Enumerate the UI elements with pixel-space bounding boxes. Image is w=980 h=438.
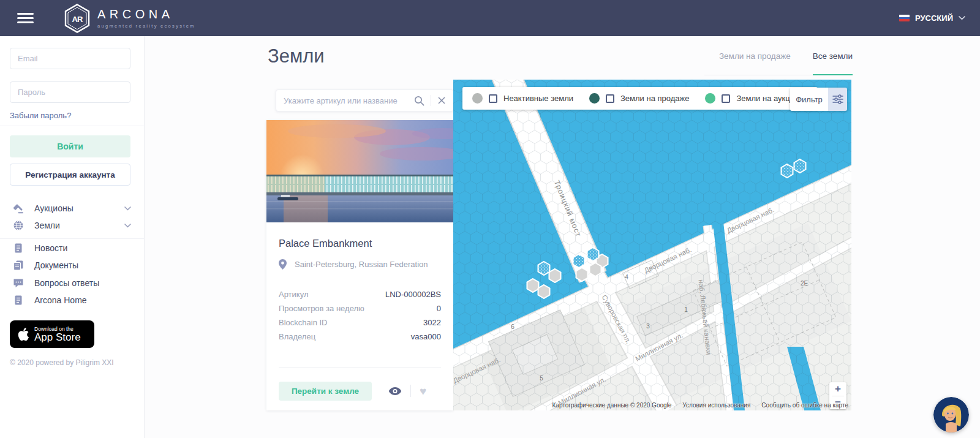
legend-swatch-inactive [472, 93, 483, 104]
sidebar-item-label: Земли [34, 221, 60, 230]
search-input[interactable] [284, 96, 414, 105]
sidebar-divider [0, 238, 144, 239]
svg-text:6: 6 [511, 323, 514, 330]
views-eye-icon[interactable] [388, 387, 402, 396]
legend-label: Земли на продаже [620, 94, 689, 103]
sidebar-item-label: Вопросы ответы [34, 278, 99, 288]
legend-swatch-on-auction [705, 93, 715, 104]
sidebar-item-documents[interactable]: Документы [0, 257, 145, 274]
svg-text:3: 3 [646, 323, 650, 330]
sidebar-item-label: Аукционы [34, 203, 74, 213]
sidebar-item-arcona-home[interactable]: Arcona Home [0, 292, 145, 309]
terms-link[interactable]: Условия использования [682, 402, 750, 409]
globe-icon [13, 220, 24, 231]
hex-grid-overlay [453, 80, 851, 410]
tab-all-lands[interactable]: Все земли [813, 51, 853, 75]
apple-icon [17, 327, 29, 342]
legend-swatch-on-sale [589, 93, 600, 104]
sidebar-divider [0, 126, 144, 126]
brand-name: ARCONA [97, 7, 195, 21]
land-details: АртикулLND-000002BS Просмотров за неделю… [279, 287, 441, 344]
land-name: Palace Embankment [279, 238, 441, 249]
svg-text:2Е: 2Е [801, 280, 809, 287]
password-field[interactable] [10, 81, 130, 103]
land-card: Palace Embankment Saint-Petersburg, Russ… [266, 120, 453, 410]
brand-tagline: augmented reality ecosystem [97, 23, 195, 29]
sidebar-item-label: Arcona Home [34, 295, 87, 305]
chat-icon [13, 278, 24, 289]
sidebar-item-label: Новости [34, 243, 67, 253]
map-legend: Неактивные земли Земли на продаже Земли … [462, 87, 818, 110]
footer-divider [410, 385, 411, 397]
legend-checkbox-on-sale[interactable] [606, 94, 614, 103]
news-icon [13, 243, 24, 254]
language-label: РУССКИЙ [915, 13, 953, 23]
tab-bar: Земли на продаже Все земли [704, 51, 853, 75]
gavel-icon [13, 203, 24, 214]
clear-search-icon[interactable] [437, 96, 446, 105]
logo-monogram: AR [72, 14, 83, 23]
sidebar: Забыли пароль? Войти Регистрация аккаунт… [0, 36, 145, 438]
document-icon [13, 295, 24, 306]
filter-sliders-icon [828, 88, 847, 111]
sidebar-item-lands[interactable]: Земли [0, 217, 145, 234]
chevron-down-icon [124, 224, 131, 228]
hamburger-menu-icon[interactable] [17, 13, 34, 23]
search-icon[interactable] [414, 96, 424, 106]
map-data-credit: Картографические данные © 2020 Google [552, 402, 672, 409]
goto-land-button[interactable]: Перейти к земле [279, 382, 372, 401]
sidebar-item-label: Документы [34, 260, 78, 270]
svg-text:1: 1 [684, 306, 688, 313]
favorite-heart-icon[interactable]: ♥ [420, 385, 426, 397]
app-store-badge[interactable]: Download on the App Store [10, 320, 94, 348]
forgot-password-link[interactable]: Забыли пароль? [10, 111, 71, 120]
appstore-line2: App Store [34, 332, 81, 342]
location-pin-icon [279, 259, 287, 270]
language-selector[interactable]: РУССКИЙ [899, 13, 965, 23]
documents-icon [13, 260, 24, 271]
russia-flag-icon [899, 15, 910, 21]
search-divider [431, 95, 431, 106]
map-canvas[interactable]: Троицкий мост Дворцовая наб. Дворцовая н… [453, 80, 851, 410]
chevron-down-icon [959, 16, 965, 20]
sidebar-item-faq[interactable]: Вопросы ответы [0, 274, 145, 292]
detail-row: Просмотров за неделю0 [279, 301, 441, 315]
assistant-avatar[interactable] [933, 397, 969, 432]
svg-text:4: 4 [625, 274, 628, 281]
filter-label: Фильтр [790, 88, 828, 111]
chevron-down-icon [124, 206, 131, 211]
zoom-in-button[interactable]: + [829, 382, 846, 396]
filter-button[interactable]: Фильтр [790, 88, 847, 111]
login-button[interactable]: Войти [10, 135, 130, 157]
email-field[interactable] [10, 48, 130, 69]
legend-label: Неактивные земли [503, 94, 573, 103]
search-bar [276, 89, 454, 111]
report-error-link[interactable]: Сообщить об ошибке на карте [761, 402, 848, 409]
sidebar-item-auctions[interactable]: Аукционы [0, 200, 145, 217]
detail-row: АртикулLND-000002BS [279, 287, 441, 301]
detail-row: Владелецvasa000 [279, 330, 441, 344]
card-divider [279, 367, 441, 368]
legend-checkbox-on-auction[interactable] [722, 94, 730, 103]
land-photo [266, 120, 453, 222]
top-header: AR ARCONA augmented reality ecosystem РУ… [0, 0, 980, 36]
register-button[interactable]: Регистрация аккаунта [10, 164, 130, 186]
legend-item-inactive: Неактивные земли [472, 93, 573, 104]
page-title: Земли [268, 45, 325, 67]
map-graphics: Троицкий мост Дворцовая наб. Дворцовая н… [453, 80, 851, 410]
detail-row: Blockchain ID3022 [279, 315, 441, 330]
land-location: Saint-Petersburg, Russian Federation [295, 260, 428, 269]
legend-item-on-sale: Земли на продаже [589, 93, 689, 104]
sidebar-item-news[interactable]: Новости [0, 240, 145, 257]
arcona-logo[interactable]: AR ARCONA augmented reality ecosystem [64, 4, 195, 33]
svg-text:5: 5 [540, 375, 543, 382]
tab-lands-on-sale[interactable]: Земли на продаже [719, 51, 791, 75]
arcona-hexagon-icon: AR [64, 4, 91, 33]
map-attribution: Картографические данные © 2020 Google Ус… [552, 402, 848, 409]
legend-checkbox-inactive[interactable] [489, 94, 497, 103]
copyright-text: © 2020 powered by Piligrim XXI [10, 358, 114, 367]
